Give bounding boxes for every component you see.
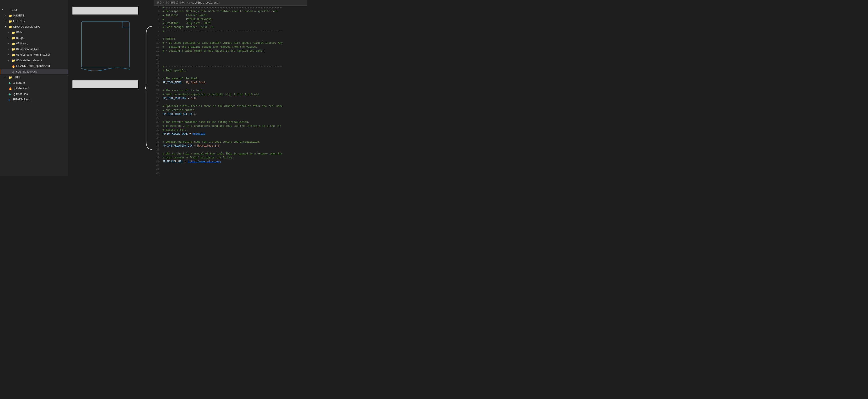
line-content: PP_TOOL_VERSION = 1.0 — [162, 97, 196, 100]
line-number: 26 — [154, 105, 162, 108]
fire-icon: 🔥 — [8, 87, 12, 90]
tree-item-02-gfx[interactable]: 📁02-gfx — [0, 35, 68, 41]
code-line: 11# leading and trailing spaces are remo… — [154, 45, 307, 49]
tree-label-06-installer: 06-installer_relevant — [16, 58, 42, 63]
line-number: 34 — [154, 137, 162, 140]
line-content: # It must be 3 to 8 characters long and … — [162, 124, 281, 127]
code-line: 26# Optional suffix that is shown in the… — [154, 105, 307, 109]
info-icon: ℹ — [8, 98, 10, 102]
tree-item-03-library[interactable]: 📁03-library — [0, 41, 68, 46]
tree-item-05-distribute[interactable]: 📁05-distribute_with_installer — [0, 52, 68, 58]
tree-label-src-00: SRC\ 00-BUILD-SRC — [13, 25, 40, 29]
tree-item-readme-md[interactable]: ℹREADME.md — [0, 97, 68, 103]
line-content: #---------------------------------------… — [162, 65, 283, 68]
code-line: 20PP_TOOL_NAME = My Cool Tool — [154, 81, 307, 85]
line-content: # Creation: July 17th, 2002 — [162, 22, 210, 25]
line-number: 35 — [154, 140, 162, 143]
line-number: 17 — [154, 69, 162, 72]
tree-label-01-lan: 01-lan — [16, 30, 24, 34]
tree-label-assets: ASSETS — [13, 13, 24, 18]
line-number: 25 — [154, 101, 162, 104]
line-number: 27 — [154, 109, 162, 112]
tree-label-03-library: 03-library — [16, 41, 28, 46]
line-number: 43 — [154, 172, 162, 175]
line-number: 33 — [154, 133, 162, 136]
code-line: 29 — [154, 116, 307, 120]
line-number: 8 — [154, 34, 162, 37]
line-content: # Patrik Burzynski — [162, 18, 212, 21]
line-content: # Optional suffix that is shown in the W… — [162, 105, 283, 108]
file-tree: TEST📁ASSETS📁LIBRARY📁SRC\ 00-BUILD-SRC📁01… — [0, 7, 68, 103]
code-line: 5# Creation: July 17th, 2002 — [154, 22, 307, 26]
breadcrumb-filename: settings-tool.env — [191, 1, 218, 4]
folder-icon: 📁 — [12, 36, 15, 40]
brace-connector — [143, 0, 154, 176]
tree-label-readme-md: README.md — [13, 97, 30, 102]
tree-item-readme-tool[interactable]: 🔥README-tool_specific.md — [0, 63, 68, 69]
code-line: 27# and version number. — [154, 109, 307, 113]
line-number: 36 — [154, 144, 162, 147]
code-line: 17# Tool specific: — [154, 69, 307, 73]
code-line: 2# Description: Settings file with varia… — [154, 10, 307, 13]
tree-item-01-lan[interactable]: 📁01-lan — [0, 29, 68, 35]
line-number: 18 — [154, 73, 162, 76]
line-number: 39 — [154, 156, 162, 159]
tree-item-06-installer[interactable]: 📁06-installer_relevant — [0, 58, 68, 63]
tree-item-04-additional[interactable]: 📁04-additional_files — [0, 46, 68, 52]
code-line: 16#-------------------------------------… — [154, 65, 307, 69]
line-number: 12 — [154, 50, 162, 53]
code-line: 30# The default database name to use dur… — [154, 120, 307, 124]
code-line: 3# Authors: Florian Bartl — [154, 13, 307, 18]
tree-item-gitlab-ci[interactable]: 🔥.gitlab-ci.yml — [0, 85, 68, 91]
folder-icon: 📁 — [8, 14, 12, 17]
code-line: 24PP_TOOL_VERSION = 1.0 — [154, 97, 307, 101]
tree-item-library[interactable]: 📁LIBRARY — [0, 18, 68, 24]
line-content: # Description: Settings file with variab… — [162, 10, 280, 13]
code-line: 42 — [154, 168, 307, 172]
code-value: mctool10 — [193, 133, 205, 136]
line-number: 40 — [154, 160, 162, 163]
callout-explanation — [72, 80, 138, 88]
line-number: 22 — [154, 89, 162, 92]
line-content: PP_TOOL_NAME_SUFFIX = — [162, 113, 197, 116]
code-line: 38# URL to the help / manual of the tool… — [154, 152, 307, 156]
code-key: PP_INSTALLATION_DIR — [162, 144, 193, 147]
tree-item-gitmodules[interactable]: ◆.gitmodules — [0, 91, 68, 97]
code-line: 7#--------------------------------------… — [154, 29, 307, 33]
line-content: # leading and trailing spaces are remove… — [162, 46, 257, 49]
code-area[interactable]: 1#--------------------------------------… — [154, 6, 307, 176]
code-line: 43 — [154, 172, 307, 176]
line-number: 14 — [154, 57, 162, 60]
code-line: 15 — [154, 61, 307, 65]
line-content: # * It seems possible to also specify va… — [162, 41, 283, 45]
folder-icon: 📁 — [8, 25, 12, 29]
line-number: 30 — [154, 121, 162, 124]
tree-item-assets[interactable]: 📁ASSETS — [0, 13, 68, 19]
tree-item-settings-tool[interactable]: ⚙settings-tool.env — [0, 69, 68, 75]
line-number: 41 — [154, 164, 162, 167]
tree-label-gitmodules: .gitmodules — [13, 92, 28, 96]
tree-item-test-root[interactable]: TEST — [0, 7, 68, 13]
line-number: 6 — [154, 26, 162, 29]
line-content: # and version number. — [162, 109, 196, 112]
line-content: # The name of the tool. — [162, 77, 199, 80]
tree-item-src-00[interactable]: 📁SRC\ 00-BUILD-SRC — [0, 24, 68, 30]
line-number: 32 — [154, 129, 162, 132]
code-editor-panel: SRC > 00-BUILD-SRC > ⚙ settings-tool.env… — [154, 0, 307, 176]
tree-label-05-distribute: 05-distribute_with_installer — [16, 53, 50, 57]
code-line: 35# Default directory name for the tool … — [154, 140, 307, 144]
tree-label-gitlab-ci: .gitlab-ci.yml — [13, 86, 29, 90]
fire-icon: 🔥 — [12, 65, 15, 68]
code-equals: = — [188, 133, 193, 136]
line-content: #---------------------------------------… — [162, 30, 283, 33]
line-number: 16 — [154, 65, 162, 68]
tree-item-tool[interactable]: 📁TOOL — [0, 74, 68, 80]
tree-item-gitignore[interactable]: ◆.gitignore — [0, 80, 68, 86]
line-content: # user presses a "Help" button or the F1… — [162, 156, 234, 159]
line-number: 9 — [154, 37, 162, 41]
line-content: PP_DATABASE_NAME = mctool10 — [162, 133, 205, 136]
line-content: PP_INSTALLATION_DIR = MyCoolTool_1.0 — [162, 144, 219, 147]
line-number: 7 — [154, 30, 162, 33]
tree-label-02-gfx: 02-gfx — [16, 36, 24, 40]
code-line: 36PP_INSTALLATION_DIR = MyCoolTool_1.0 — [154, 144, 307, 148]
